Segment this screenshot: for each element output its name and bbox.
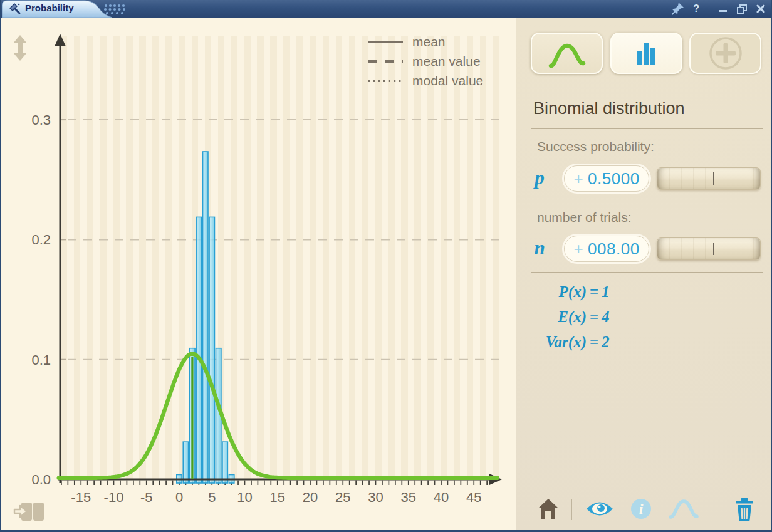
svg-text:15: 15 [270,489,285,505]
tab-normal-distribution[interactable] [531,33,603,74]
bar-chart-icon [637,41,657,65]
stat-p-lhs: P(x) [526,283,587,301]
svg-text:45: 45 [466,489,481,505]
svg-text:-15: -15 [71,489,91,505]
n-slider-marker [713,243,715,255]
n-sign: + [573,239,583,259]
dotted-line-sample [367,78,404,83]
svg-text:i: i [639,501,644,517]
number-of-trials-label: number of trials: [537,210,632,225]
legend-label: mean value [412,54,481,69]
distribution-title: Binomial distribution [533,99,685,118]
titlebar-separator [709,4,709,14]
svg-text:5: 5 [208,489,216,505]
tab-label: Probability [25,3,74,13]
svg-text:0.0: 0.0 [31,472,51,488]
legend-label: mean [412,34,446,50]
svg-text:25: 25 [335,489,350,505]
info-button[interactable]: i [630,498,652,520]
svg-text:-5: -5 [140,489,153,505]
svg-text:0: 0 [175,489,183,505]
n-slider[interactable] [657,237,761,260]
svg-text:40: 40 [434,489,449,505]
statistics-block: P(x) = 1 E(x) = 4 Var(x) = 2 [526,283,610,351]
eye-button[interactable] [585,498,614,520]
help-button[interactable]: ? [693,3,699,14]
stat-var-lhs: Var(x) [526,333,587,351]
svg-text:0.1: 0.1 [31,352,51,368]
chart-legend: meanmean valuemodal value [367,34,483,89]
svg-text:20: 20 [303,489,318,505]
stat-e-eq: = [587,308,602,326]
minimize-button[interactable] [719,4,728,13]
stat-p-rhs: 1 [602,283,610,301]
svg-text:-10: -10 [104,489,124,505]
n-symbol: n [530,237,549,259]
sidebar-toolbar: i [516,494,772,530]
restore-button[interactable] [737,4,747,14]
close-button[interactable] [756,4,765,13]
trash-button[interactable] [734,498,754,521]
hammer-icon [8,3,22,15]
bell-curve-icon [546,37,588,70]
stat-e-rhs: 4 [602,308,610,326]
p-sign: + [573,169,583,189]
help-icon: ? [693,3,699,14]
svg-text:0.2: 0.2 [31,232,51,248]
toolbar-separator [571,499,572,520]
resize-vertical-icon[interactable] [13,35,28,61]
success-probability-label: Success probability: [537,139,654,154]
stat-var-eq: = [587,333,602,351]
p-value: 0.5000 [588,169,640,189]
legend-label: modal value [412,73,483,88]
stat-e-lhs: E(x) [526,308,587,326]
plus-icon [708,36,743,71]
p-symbol: p [530,167,549,189]
n-value-field[interactable]: + 008.00 [564,236,649,262]
app-window: Probability ? [0,0,772,532]
add-distribution-button[interactable] [689,33,761,74]
stat-p-eq: = [587,283,602,301]
stat-var-rhs: 2 [602,333,610,351]
divider [531,272,763,273]
tab-probability[interactable]: Probability [2,0,112,18]
pin-button[interactable] [671,3,684,15]
chart-panel: 0.00.10.20.3-15-10-5051015202530354045 m… [1,18,516,530]
solid-line-sample [367,39,404,44]
minimize-icon [719,4,728,13]
legend-entry: mean [367,34,483,50]
drag-dots-icon[interactable] [101,3,128,16]
pin-icon [671,3,684,15]
legend-entry: modal value [367,73,483,89]
p-value-field[interactable]: + 0.5000 [564,165,649,192]
svg-text:30: 30 [368,489,383,505]
sidebar: Binomial distribution Success probabilit… [516,18,772,530]
open-book-icon[interactable] [13,500,44,524]
tab-discrete-distribution[interactable] [610,33,682,74]
svg-text:0.3: 0.3 [31,112,51,128]
curve-button[interactable] [668,498,699,520]
distribution-chart: 0.00.10.20.3-15-10-5051015202530354045 [1,18,516,530]
divider [531,128,763,129]
svg-text:10: 10 [237,489,252,505]
close-icon [756,4,765,13]
titlebar: Probability ? [1,0,771,18]
svg-text:35: 35 [401,489,416,505]
home-button[interactable] [537,498,560,520]
dashed-line-sample [367,59,404,64]
n-value: 008.00 [588,239,640,259]
restore-icon [737,4,747,14]
legend-entry: mean value [367,53,483,70]
p-slider-marker [713,172,715,185]
p-slider[interactable] [657,167,761,190]
